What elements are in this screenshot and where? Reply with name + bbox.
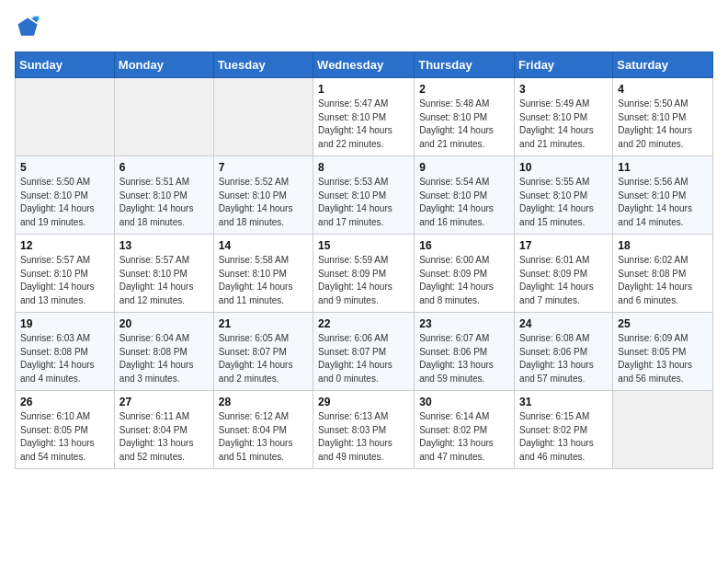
calendar-cell xyxy=(613,391,713,469)
calendar-week-row: 5Sunrise: 5:50 AM Sunset: 8:10 PM Daylig… xyxy=(16,156,713,235)
day-info: Sunrise: 6:14 AM Sunset: 8:02 PM Dayligh… xyxy=(419,410,509,464)
calendar-cell: 20Sunrise: 6:04 AM Sunset: 8:08 PM Dayli… xyxy=(114,313,213,391)
calendar-cell: 9Sunrise: 5:54 AM Sunset: 8:10 PM Daylig… xyxy=(415,156,515,235)
day-number: 1 xyxy=(318,83,409,96)
calendar-cell: 17Sunrise: 6:01 AM Sunset: 8:09 PM Dayli… xyxy=(515,235,613,313)
day-number: 22 xyxy=(318,317,409,330)
calendar-cell: 22Sunrise: 6:06 AM Sunset: 8:07 PM Dayli… xyxy=(313,313,415,391)
day-number: 31 xyxy=(519,396,608,408)
day-info: Sunrise: 5:57 AM Sunset: 8:10 PM Dayligh… xyxy=(119,254,209,307)
day-info: Sunrise: 6:09 AM Sunset: 8:05 PM Dayligh… xyxy=(618,332,708,385)
day-info: Sunrise: 5:47 AM Sunset: 8:10 PM Dayligh… xyxy=(318,98,409,151)
calendar-week-row: 12Sunrise: 5:57 AM Sunset: 8:10 PM Dayli… xyxy=(16,235,713,313)
calendar-cell: 4Sunrise: 5:50 AM Sunset: 8:10 PM Daylig… xyxy=(613,78,713,156)
day-number: 10 xyxy=(519,161,608,174)
calendar-cell: 5Sunrise: 5:50 AM Sunset: 8:10 PM Daylig… xyxy=(16,156,115,235)
header-sunday: Sunday xyxy=(16,52,115,78)
calendar-cell xyxy=(213,78,313,156)
logo xyxy=(15,15,44,40)
calendar-cell: 23Sunrise: 6:07 AM Sunset: 8:06 PM Dayli… xyxy=(415,313,515,391)
day-number: 7 xyxy=(219,161,308,174)
calendar-cell xyxy=(16,78,115,156)
day-info: Sunrise: 5:57 AM Sunset: 8:10 PM Dayligh… xyxy=(20,254,109,307)
calendar-week-row: 1Sunrise: 5:47 AM Sunset: 8:10 PM Daylig… xyxy=(16,78,713,156)
header-tuesday: Tuesday xyxy=(213,52,313,78)
day-number: 5 xyxy=(20,161,109,174)
calendar-cell: 15Sunrise: 5:59 AM Sunset: 8:09 PM Dayli… xyxy=(313,235,415,313)
header-saturday: Saturday xyxy=(613,52,713,78)
calendar-cell: 25Sunrise: 6:09 AM Sunset: 8:05 PM Dayli… xyxy=(613,313,713,391)
day-number: 20 xyxy=(119,317,209,330)
day-number: 17 xyxy=(519,239,608,252)
day-info: Sunrise: 5:50 AM Sunset: 8:10 PM Dayligh… xyxy=(20,176,109,229)
day-info: Sunrise: 5:50 AM Sunset: 8:10 PM Dayligh… xyxy=(618,98,708,151)
day-info: Sunrise: 6:04 AM Sunset: 8:08 PM Dayligh… xyxy=(119,332,209,385)
calendar-cell: 2Sunrise: 5:48 AM Sunset: 8:10 PM Daylig… xyxy=(415,78,515,156)
calendar-cell: 10Sunrise: 5:55 AM Sunset: 8:10 PM Dayli… xyxy=(515,156,613,235)
day-number: 12 xyxy=(20,239,109,252)
header-wednesday: Wednesday xyxy=(313,52,415,78)
day-number: 9 xyxy=(419,161,509,174)
day-info: Sunrise: 5:53 AM Sunset: 8:10 PM Dayligh… xyxy=(318,176,409,229)
calendar-cell: 1Sunrise: 5:47 AM Sunset: 8:10 PM Daylig… xyxy=(313,78,415,156)
day-number: 25 xyxy=(618,317,708,330)
calendar-cell: 6Sunrise: 5:51 AM Sunset: 8:10 PM Daylig… xyxy=(114,156,213,235)
day-number: 19 xyxy=(20,317,109,330)
calendar-cell: 12Sunrise: 5:57 AM Sunset: 8:10 PM Dayli… xyxy=(16,235,115,313)
calendar-cell: 21Sunrise: 6:05 AM Sunset: 8:07 PM Dayli… xyxy=(213,313,313,391)
calendar-week-row: 19Sunrise: 6:03 AM Sunset: 8:08 PM Dayli… xyxy=(16,313,713,391)
calendar-header-row: SundayMondayTuesdayWednesdayThursdayFrid… xyxy=(16,52,713,78)
day-info: Sunrise: 6:03 AM Sunset: 8:08 PM Dayligh… xyxy=(20,332,109,385)
calendar-cell: 13Sunrise: 5:57 AM Sunset: 8:10 PM Dayli… xyxy=(114,235,213,313)
calendar-week-row: 26Sunrise: 6:10 AM Sunset: 8:05 PM Dayli… xyxy=(16,391,713,469)
day-number: 3 xyxy=(519,83,608,96)
day-number: 16 xyxy=(419,239,509,252)
header-thursday: Thursday xyxy=(415,52,515,78)
calendar-cell: 8Sunrise: 5:53 AM Sunset: 8:10 PM Daylig… xyxy=(313,156,415,235)
calendar-cell: 11Sunrise: 5:56 AM Sunset: 8:10 PM Dayli… xyxy=(613,156,713,235)
day-info: Sunrise: 6:05 AM Sunset: 8:07 PM Dayligh… xyxy=(219,332,308,385)
day-info: Sunrise: 6:01 AM Sunset: 8:09 PM Dayligh… xyxy=(519,254,608,307)
day-info: Sunrise: 5:56 AM Sunset: 8:10 PM Dayligh… xyxy=(618,176,708,229)
calendar-cell xyxy=(114,78,213,156)
day-number: 27 xyxy=(119,396,209,408)
day-number: 28 xyxy=(219,396,308,408)
day-number: 2 xyxy=(419,83,509,96)
calendar-table: SundayMondayTuesdayWednesdayThursdayFrid… xyxy=(15,52,713,469)
calendar-cell: 16Sunrise: 6:00 AM Sunset: 8:09 PM Dayli… xyxy=(415,235,515,313)
calendar-cell: 29Sunrise: 6:13 AM Sunset: 8:03 PM Dayli… xyxy=(313,391,415,469)
day-info: Sunrise: 5:55 AM Sunset: 8:10 PM Dayligh… xyxy=(519,176,608,229)
day-number: 23 xyxy=(419,317,509,330)
day-info: Sunrise: 5:52 AM Sunset: 8:10 PM Dayligh… xyxy=(219,176,308,229)
day-info: Sunrise: 5:54 AM Sunset: 8:10 PM Dayligh… xyxy=(419,176,509,229)
calendar-cell: 14Sunrise: 5:58 AM Sunset: 8:10 PM Dayli… xyxy=(213,235,313,313)
day-number: 4 xyxy=(618,83,708,96)
day-number: 6 xyxy=(119,161,209,174)
calendar-cell: 19Sunrise: 6:03 AM Sunset: 8:08 PM Dayli… xyxy=(16,313,115,391)
page-header xyxy=(15,15,713,40)
calendar-cell: 27Sunrise: 6:11 AM Sunset: 8:04 PM Dayli… xyxy=(114,391,213,469)
day-number: 11 xyxy=(618,161,708,174)
day-info: Sunrise: 6:13 AM Sunset: 8:03 PM Dayligh… xyxy=(318,410,409,464)
calendar-cell: 28Sunrise: 6:12 AM Sunset: 8:04 PM Dayli… xyxy=(213,391,313,469)
header-monday: Monday xyxy=(114,52,213,78)
day-info: Sunrise: 6:08 AM Sunset: 8:06 PM Dayligh… xyxy=(519,332,608,385)
day-info: Sunrise: 5:48 AM Sunset: 8:10 PM Dayligh… xyxy=(419,98,509,151)
day-info: Sunrise: 6:02 AM Sunset: 8:08 PM Dayligh… xyxy=(618,254,708,307)
day-info: Sunrise: 5:51 AM Sunset: 8:10 PM Dayligh… xyxy=(119,176,209,229)
day-info: Sunrise: 6:07 AM Sunset: 8:06 PM Dayligh… xyxy=(419,332,509,385)
day-info: Sunrise: 5:59 AM Sunset: 8:09 PM Dayligh… xyxy=(318,254,409,307)
day-info: Sunrise: 6:15 AM Sunset: 8:02 PM Dayligh… xyxy=(519,410,608,464)
calendar-cell: 30Sunrise: 6:14 AM Sunset: 8:02 PM Dayli… xyxy=(415,391,515,469)
logo-icon xyxy=(15,15,40,40)
day-info: Sunrise: 6:12 AM Sunset: 8:04 PM Dayligh… xyxy=(219,410,308,464)
calendar-cell: 3Sunrise: 5:49 AM Sunset: 8:10 PM Daylig… xyxy=(515,78,613,156)
svg-marker-0 xyxy=(18,18,38,36)
calendar-cell: 26Sunrise: 6:10 AM Sunset: 8:05 PM Dayli… xyxy=(16,391,115,469)
day-number: 15 xyxy=(318,239,409,252)
day-info: Sunrise: 6:10 AM Sunset: 8:05 PM Dayligh… xyxy=(20,410,109,464)
day-number: 14 xyxy=(219,239,308,252)
day-number: 26 xyxy=(20,396,109,408)
calendar-cell: 18Sunrise: 6:02 AM Sunset: 8:08 PM Dayli… xyxy=(613,235,713,313)
calendar-cell: 7Sunrise: 5:52 AM Sunset: 8:10 PM Daylig… xyxy=(213,156,313,235)
